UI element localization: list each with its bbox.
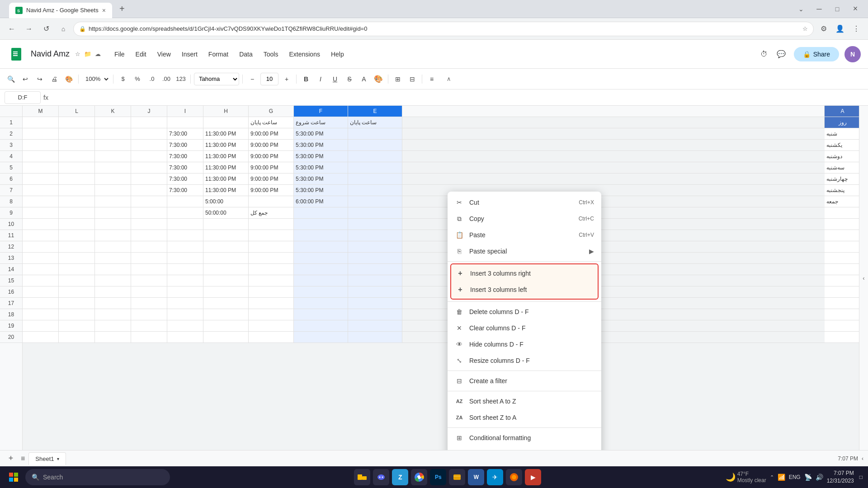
conditional-format-menu-item[interactable]: ⊞ Conditional formatting: [448, 430, 601, 446]
row-num-11[interactable]: 11: [0, 230, 22, 241]
windows-start-button[interactable]: [5, 469, 22, 485]
cell-I1[interactable]: [167, 117, 203, 128]
cell-L7[interactable]: [59, 185, 95, 196]
cell-M9[interactable]: [23, 207, 59, 218]
cell-H9[interactable]: 50:00:00: [203, 207, 249, 218]
cell-H5[interactable]: 11:30:00 PM: [203, 162, 249, 173]
cell-G3[interactable]: 9:00:00 PM: [249, 140, 294, 150]
cell-F1[interactable]: ساعت شروع: [294, 117, 348, 128]
tab-close-button[interactable]: ×: [102, 7, 106, 14]
extensions-icon[interactable]: ⚙: [816, 22, 831, 36]
col-header-J[interactable]: J: [131, 106, 167, 117]
clear-cols-menu-item[interactable]: ✕ Clear columns D - F: [448, 320, 601, 336]
decimal-inc-button[interactable]: .00: [160, 73, 173, 85]
cell-A4[interactable]: دوشنبه: [825, 151, 861, 162]
cell-E5[interactable]: [348, 162, 402, 173]
merge-cells-button[interactable]: ⊟: [406, 73, 419, 85]
cell-E7[interactable]: [348, 185, 402, 196]
url-bar[interactable]: 🔒 https://docs.google.com/spreadsheets/d…: [73, 22, 814, 36]
cell-A3[interactable]: یکشنبه: [825, 140, 861, 150]
font-size-decrease-button[interactable]: −: [246, 73, 259, 85]
cell-A5[interactable]: سه‌شنبه: [825, 162, 861, 173]
menu-extensions[interactable]: Extensions: [284, 49, 324, 60]
row-num-6[interactable]: 6: [0, 174, 22, 185]
cell-A8[interactable]: جمعه: [825, 196, 861, 207]
cell-K3[interactable]: [95, 140, 131, 150]
cell-L1[interactable]: [59, 117, 95, 128]
cell-L9[interactable]: [59, 207, 95, 218]
cell-K8[interactable]: [95, 196, 131, 207]
cell-H8[interactable]: 5:00:00: [203, 196, 249, 207]
sheet1-dropdown-icon[interactable]: ▾: [57, 456, 59, 461]
cell-G1[interactable]: ساعت پایان: [249, 117, 294, 128]
wifi-icon[interactable]: 📡: [804, 474, 812, 481]
row-num-8[interactable]: 8: [0, 196, 22, 207]
cell-I9[interactable]: [167, 207, 203, 218]
taskbar-chrome[interactable]: [411, 469, 427, 485]
taskbar-zoom[interactable]: Z: [392, 469, 408, 485]
cell-H7[interactable]: 11:30:00 PM: [203, 185, 249, 196]
row-num-14[interactable]: 14: [0, 264, 22, 275]
row-num-18[interactable]: 18: [0, 309, 22, 320]
cell-G2[interactable]: 9:00:00 PM: [249, 128, 294, 139]
network-icon[interactable]: 📶: [778, 474, 785, 481]
cell-M6[interactable]: [23, 174, 59, 184]
strikethrough-button[interactable]: S: [343, 73, 356, 85]
paste-menu-item[interactable]: 📋 Paste Ctrl+V: [448, 227, 601, 243]
zoom-select[interactable]: 100%: [82, 73, 110, 85]
paint-format-button[interactable]: 🎨: [62, 73, 75, 85]
explore-icon[interactable]: ‹: [862, 455, 863, 462]
menu-edit[interactable]: Edit: [131, 49, 151, 60]
cell-J3[interactable]: [131, 140, 167, 150]
font-size-increase-button[interactable]: +: [280, 73, 293, 85]
cell-E4[interactable]: [348, 151, 402, 162]
back-button[interactable]: ←: [5, 22, 19, 36]
cell-J8[interactable]: [131, 196, 167, 207]
cell-A7[interactable]: پنجشنبه: [825, 185, 861, 196]
underline-button[interactable]: U: [329, 73, 341, 85]
maximize-button[interactable]: □: [830, 2, 844, 16]
delete-cols-menu-item[interactable]: 🗑 Delete columns D - F: [448, 304, 601, 320]
cell-K7[interactable]: [95, 185, 131, 196]
cell-A1[interactable]: روز: [825, 117, 861, 128]
taskbar-firefox[interactable]: [506, 469, 522, 485]
menu-help[interactable]: Help: [326, 49, 349, 60]
cell-reference-box[interactable]: D:F: [5, 91, 41, 104]
taskbar-media[interactable]: ▶: [525, 469, 541, 485]
comment-icon[interactable]: 💬: [774, 47, 788, 61]
cell-G6[interactable]: 9:00:00 PM: [249, 174, 294, 184]
cell-H1[interactable]: [203, 117, 249, 128]
cut-menu-item[interactable]: ✂ Cut Ctrl+X: [448, 194, 601, 211]
cell-F8[interactable]: 6:00:00 PM: [294, 196, 348, 207]
cell-K1[interactable]: [95, 117, 131, 128]
italic-button[interactable]: I: [314, 73, 327, 85]
cell-M3[interactable]: [23, 140, 59, 150]
right-panel-toggle[interactable]: ‹: [859, 106, 868, 450]
cell-K6[interactable]: [95, 174, 131, 184]
row-num-12[interactable]: 12: [0, 241, 22, 253]
cell-E8[interactable]: [348, 196, 402, 207]
avatar[interactable]: N: [844, 46, 861, 62]
minimize-button[interactable]: ─: [812, 2, 826, 16]
cell-J9[interactable]: [131, 207, 167, 218]
col-header-M[interactable]: M: [23, 106, 59, 117]
menu-file[interactable]: File: [110, 49, 129, 60]
col-header-F[interactable]: F: [294, 106, 348, 117]
cell-F2[interactable]: 5:30:00 PM: [294, 128, 348, 139]
cell-M4[interactable]: [23, 151, 59, 162]
cell-M5[interactable]: [23, 162, 59, 173]
volume-icon[interactable]: 🔊: [816, 474, 823, 481]
row-num-5[interactable]: 5: [0, 162, 22, 174]
cell-G4[interactable]: 9:00:00 PM: [249, 151, 294, 162]
cell-J5[interactable]: [131, 162, 167, 173]
cell-F4[interactable]: 5:30:00 PM: [294, 151, 348, 162]
taskbar-file-explorer[interactable]: [354, 469, 370, 485]
cell-M1[interactable]: [23, 117, 59, 128]
taskbar-explorer2[interactable]: [449, 469, 465, 485]
cell-G8[interactable]: [249, 196, 294, 207]
row-num-2[interactable]: 2: [0, 128, 22, 140]
cell-F3[interactable]: 5:30:00 PM: [294, 140, 348, 150]
cell-A6[interactable]: چهارشنبه: [825, 174, 861, 184]
sheet1-tab[interactable]: Sheet1 ▾: [28, 452, 66, 465]
cell-I8[interactable]: [167, 196, 203, 207]
